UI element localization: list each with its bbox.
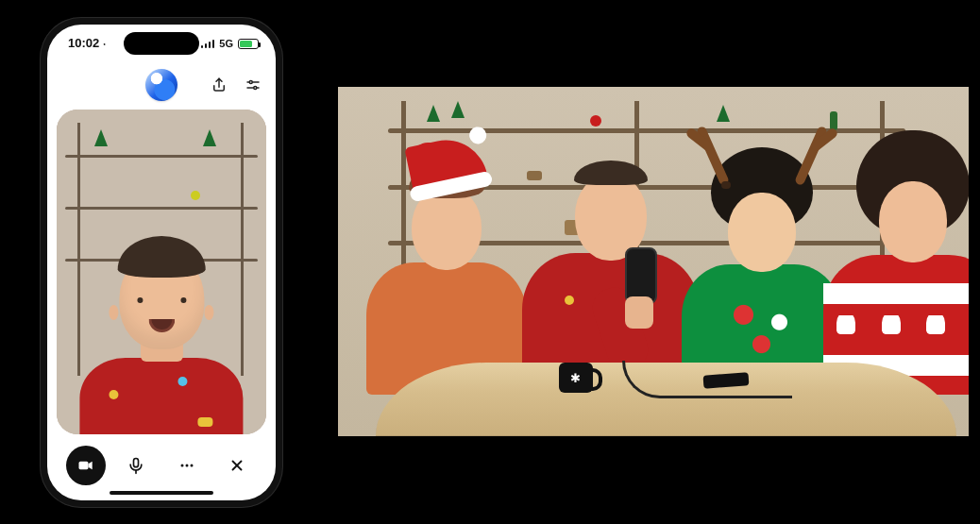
iphone-device-frame: 10:02 ⸱ 5G: [40, 17, 283, 508]
more-options-button[interactable]: [167, 446, 207, 485]
home-indicator[interactable]: [110, 491, 213, 495]
front-camera-feed[interactable]: [57, 110, 266, 434]
status-time: 10:02 ⸱: [68, 36, 106, 51]
cellular-signal-icon: [201, 39, 215, 48]
svg-rect-4: [78, 462, 88, 469]
svg-rect-5: [134, 459, 139, 467]
reindeer-antlers-icon: [691, 111, 833, 187]
person-red-sweater-holding-phone: [521, 149, 701, 395]
mug-logo-icon: ✱: [559, 363, 593, 393]
black-mug-icon: ✱: [559, 363, 593, 393]
video-toggle-button[interactable]: [66, 446, 106, 485]
studio-camera-feed: ✱: [338, 87, 969, 436]
close-button[interactable]: [217, 446, 257, 485]
person-self-view: [79, 245, 243, 434]
phone-screen: 10:02 ⸱ 5G: [47, 25, 276, 500]
battery-icon: [238, 39, 259, 49]
held-phone-icon: [625, 247, 657, 304]
svg-point-1: [249, 81, 252, 84]
svg-point-7: [180, 465, 183, 467]
person-orange-sweater: [363, 168, 530, 395]
svg-point-9: [190, 465, 193, 467]
video-preview-area: [47, 108, 276, 440]
share-icon[interactable]: [210, 76, 228, 94]
person-santa-pattern-sweater: [823, 159, 969, 395]
battery-fill: [240, 41, 252, 47]
call-control-bar: [47, 440, 276, 489]
svg-point-3: [254, 87, 257, 90]
app-top-bar: [47, 62, 276, 108]
network-type-label: 5G: [219, 38, 233, 49]
microphone-button[interactable]: [116, 446, 156, 485]
svg-point-8: [185, 465, 188, 467]
assistant-avatar-icon[interactable]: [145, 69, 177, 101]
dynamic-island: [124, 32, 199, 55]
sliders-icon[interactable]: [244, 76, 262, 94]
